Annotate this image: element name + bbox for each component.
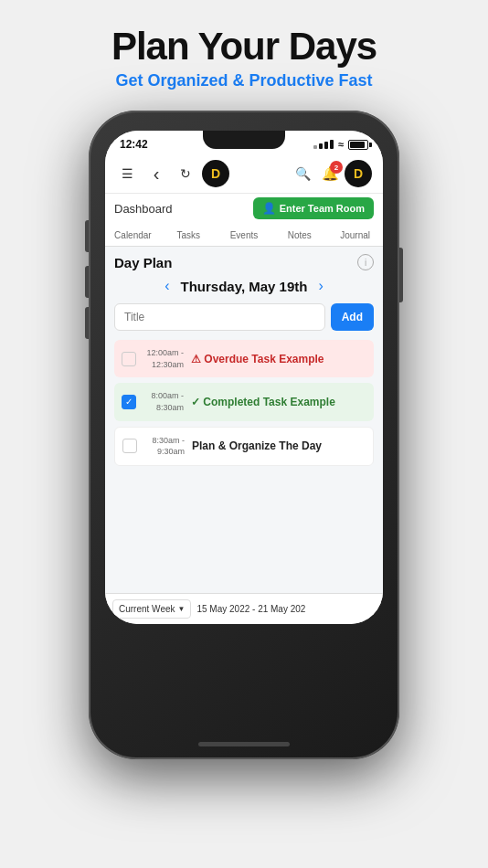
week-dropdown-label: Current Week bbox=[119, 604, 175, 614]
home-indicator[interactable] bbox=[198, 742, 290, 746]
page-header: Plan Your Days Get Organized & Productiv… bbox=[111, 0, 377, 90]
enter-team-label: Enter Team Room bbox=[280, 203, 365, 214]
tab-tasks[interactable]: Tasks bbox=[161, 225, 217, 246]
notification-badge: 2 bbox=[330, 161, 343, 174]
dropdown-chevron-icon: ▼ bbox=[178, 605, 186, 613]
task-name-completed: ✓ Completed Task Example bbox=[191, 396, 366, 408]
task-input-row: Add bbox=[114, 303, 374, 331]
add-task-button[interactable]: Add bbox=[331, 303, 374, 331]
current-date: Thursday, May 19th bbox=[181, 279, 308, 294]
task-name-normal: Plan & Organize The Day bbox=[192, 439, 366, 452]
back-icon[interactable]: ‹ bbox=[143, 161, 169, 186]
enter-team-button[interactable]: 👤 Enter Team Room bbox=[253, 197, 374, 219]
main-content: Day Plan i ‹ Thursday, May 19th › Add bbox=[105, 247, 383, 593]
task-name-overdue: ⚠ Overdue Task Example bbox=[191, 353, 366, 365]
tab-journal[interactable]: Journal bbox=[327, 225, 383, 246]
task-checkbox-completed[interactable]: ✓ bbox=[122, 395, 136, 409]
task-title-input[interactable] bbox=[114, 303, 325, 331]
phone-shell: 12:42 ≈ bbox=[89, 111, 399, 759]
task-item: ✓ 8:00am - 8:30am ✓ Completed Task Examp… bbox=[114, 383, 374, 420]
page-subtitle: Get Organized & Productive Fast bbox=[111, 71, 377, 90]
task-time-normal: 8:30am - 9:30am bbox=[144, 435, 185, 458]
dashboard-row: Dashboard 👤 Enter Team Room bbox=[105, 194, 383, 225]
task-time-overdue: 12:00am - 12:30am bbox=[143, 347, 184, 370]
week-range: 15 May 2022 - 21 May 202 bbox=[196, 604, 305, 614]
battery-icon bbox=[348, 140, 368, 150]
day-plan-title: Day Plan bbox=[114, 255, 172, 270]
date-nav: ‹ Thursday, May 19th › bbox=[114, 278, 374, 294]
tab-notes[interactable]: Notes bbox=[271, 225, 327, 246]
menu-icon[interactable]: ☰ bbox=[114, 161, 140, 186]
task-time-completed: 8:00am - 8:30am bbox=[143, 390, 184, 413]
refresh-icon[interactable]: ↻ bbox=[173, 161, 198, 186]
profile-avatar[interactable]: D bbox=[345, 160, 372, 187]
next-date-arrow[interactable]: › bbox=[318, 278, 323, 294]
phone-mockup: 12:42 ≈ bbox=[89, 111, 399, 759]
nav-bar: ☰ ‹ ↻ D 🔍 🔔 2 D bbox=[105, 154, 383, 194]
info-icon[interactable]: i bbox=[357, 254, 374, 270]
week-dropdown[interactable]: Current Week ▼ bbox=[112, 599, 191, 619]
status-time: 12:42 bbox=[120, 138, 148, 151]
app-logo[interactable]: D bbox=[202, 160, 229, 187]
status-icons: ≈ bbox=[313, 139, 368, 150]
page-title: Plan Your Days bbox=[111, 26, 377, 68]
day-plan-header: Day Plan i bbox=[114, 254, 374, 270]
wifi-icon: ≈ bbox=[338, 139, 344, 150]
task-checkbox-overdue[interactable] bbox=[122, 352, 136, 366]
task-item: 12:00am - 12:30am ⚠ Overdue Task Example bbox=[114, 340, 374, 377]
prev-date-arrow[interactable]: ‹ bbox=[164, 278, 169, 294]
task-checkbox-normal[interactable] bbox=[122, 439, 137, 453]
notification-icon[interactable]: 🔔 2 bbox=[317, 161, 343, 186]
task-item: 8:30am - 9:30am Plan & Organize The Day bbox=[114, 427, 374, 466]
nav-right: 🔍 🔔 2 D bbox=[290, 160, 374, 187]
search-icon[interactable]: 🔍 bbox=[290, 161, 315, 186]
tab-events[interactable]: Events bbox=[217, 225, 272, 246]
tab-bar: Calendar Tasks Events Notes Journal bbox=[105, 225, 383, 247]
team-icon: 👤 bbox=[262, 202, 276, 215]
dashboard-label: Dashboard bbox=[114, 202, 173, 216]
phone-screen: 12:42 ≈ bbox=[105, 131, 383, 624]
tab-calendar[interactable]: Calendar bbox=[105, 225, 161, 246]
signal-icon bbox=[313, 140, 334, 149]
week-bar: Current Week ▼ 15 May 2022 - 21 May 202 bbox=[105, 593, 383, 624]
phone-notch bbox=[203, 131, 285, 149]
